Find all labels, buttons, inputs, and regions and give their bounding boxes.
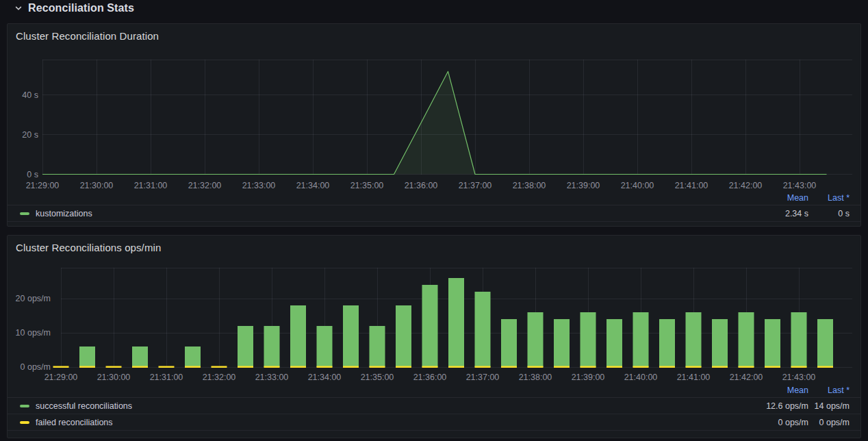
- failed-reconciliations-bar: [264, 366, 280, 368]
- x-axis-tick-label: 21:43:00: [782, 373, 816, 382]
- x-axis-tick-label: 21:36:00: [405, 181, 438, 190]
- x-axis-tick-label: 21:35:00: [361, 373, 394, 382]
- legend-row-successful-reconciliations: successful reconciliations 12.6 ops/m 14…: [8, 398, 860, 414]
- legend-label[interactable]: failed reconciliations: [36, 418, 113, 427]
- legend: Mean Last * kustomizations 2.34 s 0 s: [8, 190, 860, 222]
- x-axis-tick-label: 21:31:00: [150, 373, 183, 382]
- legend-sort-mean[interactable]: Mean: [733, 386, 808, 395]
- legend-item[interactable]: failed reconciliations: [20, 418, 733, 427]
- failed-reconciliations-bar: [817, 366, 833, 368]
- failed-reconciliations-bar: [106, 366, 122, 368]
- successful-reconciliations-bar: [238, 326, 253, 367]
- failed-reconciliations-bar: [528, 366, 544, 368]
- failed-reconciliations-bar: [607, 366, 622, 368]
- successful-reconciliations-bar: [501, 319, 517, 367]
- legend-header: Mean Last *: [8, 383, 860, 398]
- successful-reconciliations-bar: [132, 346, 148, 367]
- legend-last-value: 14 ops/m: [808, 401, 850, 411]
- failed-reconciliations-bar: [686, 366, 702, 368]
- successful-reconciliations-bar: [554, 319, 570, 367]
- y-axis-tick-label: 20 s: [22, 130, 38, 140]
- successful-reconciliations-bar: [528, 312, 544, 367]
- x-axis-tick-label: 21:29:00: [26, 181, 60, 190]
- x-axis-tick-label: 21:32:00: [203, 373, 236, 382]
- failed-reconciliations-bar: [290, 366, 306, 368]
- x-axis-tick-label: 21:39:00: [567, 181, 600, 190]
- legend-sort-last[interactable]: Last *: [808, 193, 850, 203]
- successful-reconciliations-bar: [765, 319, 780, 367]
- failed-reconciliations-bar: [132, 366, 148, 368]
- failed-reconciliations-bar: [765, 366, 780, 368]
- x-axis-tick-label: 21:38:00: [519, 373, 552, 382]
- x-axis-tick-label: 21:29:00: [44, 373, 78, 382]
- legend-row-kustomizations: kustomizations 2.34 s 0 s: [8, 205, 860, 222]
- x-axis-tick-label: 21:37:00: [466, 373, 500, 382]
- successful-reconciliations-bar: [580, 312, 596, 367]
- successful-reconciliations-bar: [633, 312, 649, 367]
- x-axis-tick-label: 21:30:00: [97, 373, 131, 382]
- x-axis-tick-label: 21:39:00: [572, 373, 605, 382]
- row-header-reconciliation-stats[interactable]: Reconciliation Stats: [14, 2, 134, 14]
- failed-reconciliations-bar: [53, 366, 69, 368]
- x-axis-tick-label: 21:33:00: [255, 373, 289, 382]
- x-axis-tick-label: 21:34:00: [296, 181, 330, 190]
- successful-reconciliations-bar: [686, 312, 702, 367]
- successful-reconciliations-bar: [290, 305, 306, 367]
- failed-reconciliations-bar: [739, 366, 754, 368]
- failed-reconciliations-bar: [712, 366, 728, 368]
- x-axis-tick-label: 21:41:00: [675, 181, 709, 190]
- x-axis-tick-label: 21:43:00: [783, 181, 817, 190]
- successful-reconciliations-bar: [264, 326, 280, 367]
- series-color-swatch[interactable]: [20, 212, 29, 215]
- successful-reconciliations-bar: [739, 312, 754, 367]
- panel-cluster-reconciliation-duration: Cluster Reconciliation Duration 0 s20 s4…: [7, 23, 861, 227]
- row-title[interactable]: Reconciliation Stats: [28, 2, 134, 14]
- series-color-swatch[interactable]: [20, 421, 29, 424]
- x-axis-tick-label: 21:40:00: [624, 373, 658, 382]
- legend-header: Mean Last *: [8, 190, 860, 205]
- legend-sort-mean[interactable]: Mean: [733, 193, 808, 203]
- legend-last-value: 0 s: [808, 209, 850, 218]
- successful-reconciliations-bar: [607, 319, 622, 367]
- successful-reconciliations-bar: [475, 292, 491, 367]
- failed-reconciliations-bar: [238, 366, 253, 368]
- failed-reconciliations-bar: [396, 366, 411, 368]
- x-axis-tick-label: 21:38:00: [513, 181, 546, 190]
- successful-reconciliations-bar: [185, 346, 201, 367]
- failed-reconciliations-bar: [580, 366, 596, 368]
- failed-reconciliations-bar: [212, 366, 227, 368]
- y-axis-tick-label: 40 s: [22, 90, 38, 100]
- x-axis-tick-label: 21:31:00: [134, 181, 168, 190]
- failed-reconciliations-bar: [501, 366, 517, 368]
- successful-reconciliations-bar: [370, 326, 385, 367]
- successful-reconciliations-bar: [791, 312, 807, 367]
- legend-label[interactable]: kustomizations: [36, 209, 92, 218]
- failed-reconciliations-bar: [159, 366, 175, 368]
- panel-cluster-reconciliations-ops-min: Cluster Reconciliations ops/min 0 ops/m1…: [7, 235, 861, 438]
- legend-item[interactable]: kustomizations: [20, 209, 733, 218]
- failed-reconciliations-bar: [79, 366, 95, 368]
- failed-reconciliations-bar: [422, 366, 438, 368]
- failed-reconciliations-bar: [317, 366, 333, 368]
- legend-sort-last[interactable]: Last *: [808, 386, 850, 395]
- successful-reconciliations-bar: [343, 305, 359, 367]
- successful-reconciliations-bar: [712, 319, 728, 367]
- successful-reconciliations-bar: [817, 319, 833, 367]
- failed-reconciliations-bar: [370, 366, 385, 368]
- y-axis-tick-label: 10 ops/m: [16, 328, 51, 338]
- series-color-swatch[interactable]: [20, 405, 29, 407]
- x-axis-tick-label: 21:42:00: [730, 373, 763, 382]
- legend-row-failed-reconciliations: failed reconciliations 0 ops/m 0 ops/m: [8, 414, 860, 431]
- x-axis-tick-label: 21:30:00: [80, 181, 114, 190]
- failed-reconciliations-bar: [475, 366, 491, 368]
- legend-mean-value: 12.6 ops/m: [733, 401, 808, 411]
- failed-reconciliations-bar: [185, 366, 201, 368]
- failed-reconciliations-bar: [343, 366, 359, 368]
- legend-item[interactable]: successful reconciliations: [20, 401, 733, 411]
- successful-reconciliations-bar: [79, 346, 95, 367]
- chevron-down-icon[interactable]: [14, 3, 23, 13]
- y-axis-tick-label: 0 ops/m: [21, 362, 51, 372]
- legend-label[interactable]: successful reconciliations: [36, 401, 132, 411]
- grafana-dashboard: Reconciliation Stats Cluster Reconciliat…: [0, 0, 868, 441]
- x-axis-tick-label: 21:40:00: [621, 181, 654, 190]
